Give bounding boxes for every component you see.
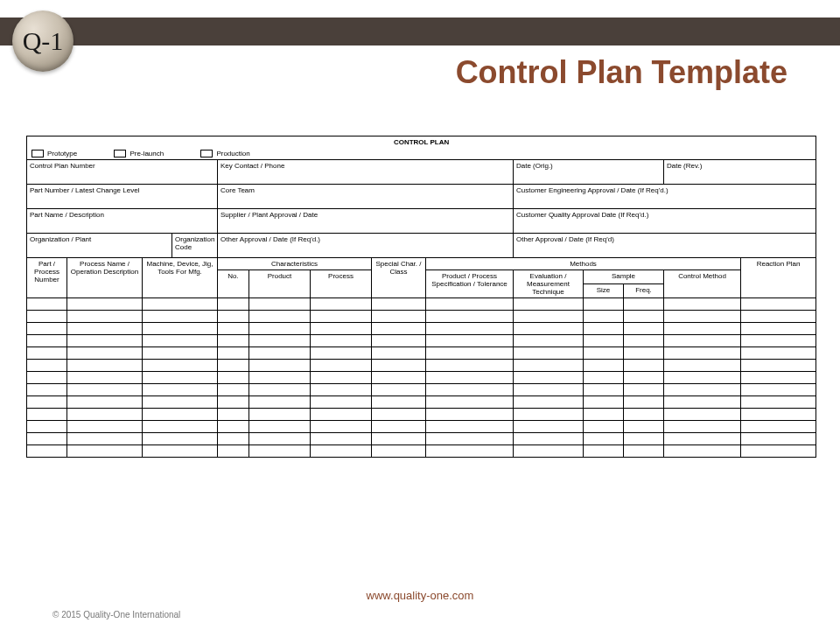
table-cell[interactable] bbox=[624, 384, 664, 396]
table-cell[interactable] bbox=[249, 311, 311, 323]
table-cell[interactable] bbox=[67, 384, 143, 396]
table-cell[interactable] bbox=[624, 323, 664, 335]
table-cell[interactable] bbox=[664, 433, 741, 445]
table-cell[interactable] bbox=[372, 298, 426, 311]
table-cell[interactable] bbox=[664, 298, 741, 311]
field-core-team[interactable]: Core Team bbox=[218, 185, 514, 209]
field-date-rev[interactable]: Date (Rev.) bbox=[664, 160, 816, 185]
table-cell[interactable] bbox=[664, 335, 741, 347]
table-cell[interactable] bbox=[67, 433, 143, 445]
table-cell[interactable] bbox=[514, 445, 584, 458]
table-cell[interactable] bbox=[664, 311, 741, 323]
table-cell[interactable] bbox=[67, 323, 143, 335]
table-cell[interactable] bbox=[143, 421, 218, 433]
table-cell[interactable] bbox=[372, 384, 426, 396]
table-cell[interactable] bbox=[664, 372, 741, 384]
table-cell[interactable] bbox=[372, 335, 426, 347]
table-cell[interactable] bbox=[514, 347, 584, 360]
table-cell[interactable] bbox=[664, 384, 741, 396]
table-cell[interactable] bbox=[426, 421, 514, 433]
table-cell[interactable] bbox=[514, 335, 584, 347]
table-cell[interactable] bbox=[426, 433, 514, 445]
field-part-number[interactable]: Part Number / Latest Change Level bbox=[27, 185, 218, 209]
table-cell[interactable] bbox=[67, 445, 143, 458]
field-cust-quality-approval[interactable]: Customer Quality Approval Date (If Req'd… bbox=[514, 209, 816, 234]
table-cell[interactable] bbox=[514, 360, 584, 372]
table-cell[interactable] bbox=[218, 372, 249, 384]
table-cell[interactable] bbox=[27, 360, 67, 372]
table-cell[interactable] bbox=[311, 335, 372, 347]
table-cell[interactable] bbox=[249, 396, 311, 409]
table-cell[interactable] bbox=[741, 384, 816, 396]
table-cell[interactable] bbox=[584, 347, 624, 360]
table-cell[interactable] bbox=[584, 445, 624, 458]
field-organization[interactable]: Organization / Plant bbox=[27, 234, 172, 258]
table-cell[interactable] bbox=[584, 421, 624, 433]
table-cell[interactable] bbox=[372, 347, 426, 360]
table-cell[interactable] bbox=[372, 372, 426, 384]
field-cust-eng-approval[interactable]: Customer Engineering Approval / Date (If… bbox=[514, 185, 816, 209]
table-cell[interactable] bbox=[664, 347, 741, 360]
table-cell[interactable] bbox=[218, 409, 249, 421]
table-cell[interactable] bbox=[67, 335, 143, 347]
table-cell[interactable] bbox=[514, 323, 584, 335]
table-cell[interactable] bbox=[624, 445, 664, 458]
table-cell[interactable] bbox=[584, 311, 624, 323]
field-date-orig[interactable]: Date (Orig.) bbox=[514, 160, 664, 185]
table-cell[interactable] bbox=[426, 335, 514, 347]
table-cell[interactable] bbox=[218, 298, 249, 311]
table-cell[interactable] bbox=[27, 298, 67, 311]
table-cell[interactable] bbox=[218, 335, 249, 347]
table-cell[interactable] bbox=[218, 347, 249, 360]
table-cell[interactable] bbox=[311, 298, 372, 311]
table-cell[interactable] bbox=[426, 311, 514, 323]
table-cell[interactable] bbox=[218, 360, 249, 372]
table-cell[interactable] bbox=[143, 396, 218, 409]
table-cell[interactable] bbox=[372, 409, 426, 421]
table-cell[interactable] bbox=[624, 360, 664, 372]
table-cell[interactable] bbox=[584, 298, 624, 311]
table-cell[interactable] bbox=[741, 409, 816, 421]
table-cell[interactable] bbox=[143, 323, 218, 335]
table-cell[interactable] bbox=[741, 347, 816, 360]
table-cell[interactable] bbox=[426, 409, 514, 421]
field-org-code[interactable]: Organization Code bbox=[172, 234, 218, 258]
table-cell[interactable] bbox=[741, 311, 816, 323]
table-cell[interactable] bbox=[624, 433, 664, 445]
table-cell[interactable] bbox=[249, 335, 311, 347]
table-cell[interactable] bbox=[311, 347, 372, 360]
table-cell[interactable] bbox=[624, 347, 664, 360]
table-cell[interactable] bbox=[27, 372, 67, 384]
table-cell[interactable] bbox=[514, 311, 584, 323]
table-cell[interactable] bbox=[249, 445, 311, 458]
table-cell[interactable] bbox=[249, 384, 311, 396]
table-cell[interactable] bbox=[624, 409, 664, 421]
table-cell[interactable] bbox=[143, 335, 218, 347]
field-supplier-approval[interactable]: Supplier / Plant Approval / Date bbox=[218, 209, 514, 234]
table-cell[interactable] bbox=[624, 421, 664, 433]
table-cell[interactable] bbox=[624, 298, 664, 311]
table-cell[interactable] bbox=[143, 384, 218, 396]
table-cell[interactable] bbox=[143, 372, 218, 384]
table-cell[interactable] bbox=[27, 347, 67, 360]
table-cell[interactable] bbox=[514, 384, 584, 396]
table-cell[interactable] bbox=[67, 360, 143, 372]
table-cell[interactable] bbox=[426, 323, 514, 335]
field-other-approval-2[interactable]: Other Approval / Date (If Req'd) bbox=[514, 234, 816, 258]
table-cell[interactable] bbox=[218, 396, 249, 409]
table-cell[interactable] bbox=[372, 433, 426, 445]
table-cell[interactable] bbox=[249, 347, 311, 360]
table-cell[interactable] bbox=[27, 335, 67, 347]
table-cell[interactable] bbox=[67, 347, 143, 360]
table-cell[interactable] bbox=[143, 311, 218, 323]
table-cell[interactable] bbox=[67, 311, 143, 323]
table-cell[interactable] bbox=[372, 311, 426, 323]
table-cell[interactable] bbox=[143, 298, 218, 311]
table-cell[interactable] bbox=[514, 421, 584, 433]
table-cell[interactable] bbox=[143, 360, 218, 372]
table-cell[interactable] bbox=[514, 396, 584, 409]
table-cell[interactable] bbox=[664, 409, 741, 421]
checkbox-production[interactable] bbox=[200, 150, 213, 158]
table-cell[interactable] bbox=[514, 372, 584, 384]
table-cell[interactable] bbox=[27, 396, 67, 409]
